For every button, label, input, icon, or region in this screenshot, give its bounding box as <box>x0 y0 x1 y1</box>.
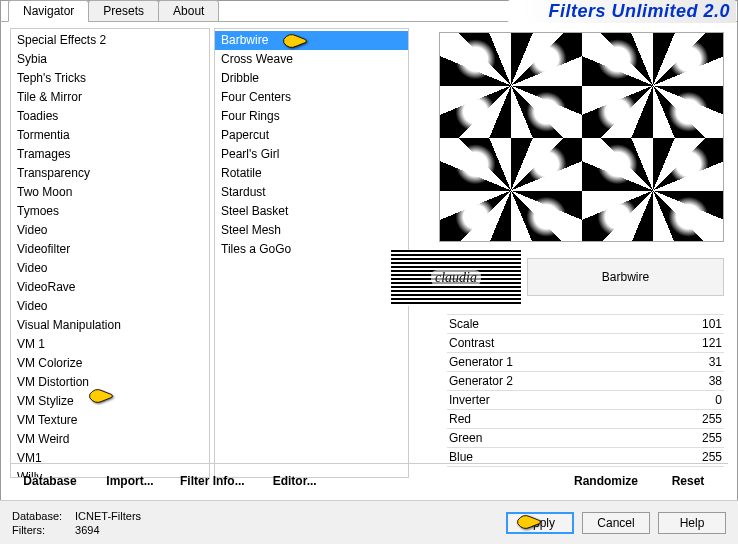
param-value: 255 <box>682 431 722 445</box>
param-value: 101 <box>682 317 722 331</box>
import-button[interactable]: Import... <box>90 470 170 492</box>
mid-button-bar: Database Import... Filter Info... Editor… <box>10 463 728 492</box>
list-item[interactable]: Tymoes <box>11 202 209 221</box>
list-item[interactable]: Tile & Mirror <box>11 88 209 107</box>
param-row[interactable]: Generator 238 <box>447 372 724 391</box>
bottom-bar: Database: ICNET-Filters Filters: 3694 Ap… <box>0 500 738 544</box>
list-item[interactable]: Transparency <box>11 164 209 183</box>
param-row[interactable]: Generator 131 <box>447 353 724 372</box>
filter-name-label: Barbwire <box>602 270 649 284</box>
param-value: 255 <box>682 412 722 426</box>
param-value: 255 <box>682 450 722 464</box>
list-item[interactable]: Steel Basket <box>215 202 408 221</box>
param-name: Red <box>449 412 682 426</box>
status-db-label: Database: <box>12 509 72 523</box>
list-item[interactable]: VideoRave <box>11 278 209 297</box>
preview-image <box>439 32 724 242</box>
list-item[interactable]: Special Effects 2 <box>11 31 209 50</box>
list-item[interactable]: Dribble <box>215 69 408 88</box>
tab-about[interactable]: About <box>158 0 219 22</box>
filter-info-button[interactable]: Filter Info... <box>170 470 255 492</box>
app-title: Filters Unlimited 2.0 <box>508 0 736 23</box>
param-row[interactable]: Contrast121 <box>447 334 724 353</box>
list-item[interactable]: Tramages <box>11 145 209 164</box>
param-name: Inverter <box>449 393 682 407</box>
help-button[interactable]: Help <box>658 512 726 534</box>
param-name: Generator 2 <box>449 374 682 388</box>
list-item[interactable]: Pearl's Girl <box>215 145 408 164</box>
list-item[interactable]: Videofilter <box>11 240 209 259</box>
category-list-box: Special Effects 2SybiaTeph's TricksTile … <box>10 28 210 478</box>
param-value: 0 <box>682 393 722 407</box>
status-text: Database: ICNET-Filters Filters: 3694 <box>12 509 141 537</box>
status-filters-label: Filters: <box>12 523 72 537</box>
tabs: Navigator Presets About <box>8 0 218 22</box>
list-item[interactable]: Steel Mesh <box>215 221 408 240</box>
param-name: Blue <box>449 450 682 464</box>
param-name: Contrast <box>449 336 682 350</box>
cancel-button[interactable]: Cancel <box>582 512 650 534</box>
list-item[interactable]: VM 1 <box>11 335 209 354</box>
param-name: Green <box>449 431 682 445</box>
list-item[interactable]: VM Stylize <box>11 392 209 411</box>
apply-button[interactable]: Apply <box>506 512 574 534</box>
list-item[interactable]: Video <box>11 259 209 278</box>
param-row[interactable]: Inverter0 <box>447 391 724 410</box>
randomize-button[interactable]: Randomize <box>564 470 648 492</box>
list-item[interactable]: Two Moon <box>11 183 209 202</box>
filter-name-box: Barbwire <box>527 258 724 296</box>
list-item[interactable]: Stardust <box>215 183 408 202</box>
list-item[interactable]: VM Texture <box>11 411 209 430</box>
list-item[interactable]: Video <box>11 221 209 240</box>
list-item[interactable]: Cross Weave <box>215 50 408 69</box>
parameter-list: Scale101Contrast121Generator 131Generato… <box>447 314 724 467</box>
list-item[interactable]: Tiles a GoGo <box>215 240 408 259</box>
list-item[interactable]: Teph's Tricks <box>11 69 209 88</box>
param-row[interactable]: Scale101 <box>447 314 724 334</box>
list-item[interactable]: Visual Manipulation <box>11 316 209 335</box>
list-item[interactable]: Four Rings <box>215 107 408 126</box>
top-bar: Navigator Presets About Filters Unlimite… <box>0 0 738 22</box>
list-item[interactable]: VM Distortion <box>11 373 209 392</box>
param-value: 31 <box>682 355 722 369</box>
list-item[interactable]: Tormentia <box>11 126 209 145</box>
status-filters-value: 3694 <box>75 524 99 536</box>
param-value: 121 <box>682 336 722 350</box>
filter-list-box: BarbwireCross WeaveDribbleFour CentersFo… <box>214 28 409 478</box>
list-item[interactable]: VM Weird <box>11 430 209 449</box>
list-item[interactable]: Sybia <box>11 50 209 69</box>
list-item[interactable]: Four Centers <box>215 88 408 107</box>
list-item[interactable]: Barbwire <box>215 31 408 50</box>
list-item[interactable]: VM Colorize <box>11 354 209 373</box>
editor-button[interactable]: Editor... <box>255 470 335 492</box>
reset-button[interactable]: Reset <box>648 470 728 492</box>
watermark-claudia: claudia <box>391 250 521 306</box>
list-item[interactable]: Video <box>11 297 209 316</box>
filter-list[interactable]: BarbwireCross WeaveDribbleFour CentersFo… <box>215 29 408 477</box>
param-name: Scale <box>449 317 682 331</box>
category-list[interactable]: Special Effects 2SybiaTeph's TricksTile … <box>11 29 209 477</box>
list-item[interactable]: Toadies <box>11 107 209 126</box>
list-item[interactable]: Papercut <box>215 126 408 145</box>
status-db-value: ICNET-Filters <box>75 510 141 522</box>
param-name: Generator 1 <box>449 355 682 369</box>
database-button[interactable]: Database <box>10 470 90 492</box>
param-row[interactable]: Red255 <box>447 410 724 429</box>
tab-presets[interactable]: Presets <box>88 0 159 22</box>
tab-navigator[interactable]: Navigator <box>8 0 89 22</box>
param-value: 38 <box>682 374 722 388</box>
param-row[interactable]: Green255 <box>447 429 724 448</box>
list-item[interactable]: Rotatile <box>215 164 408 183</box>
